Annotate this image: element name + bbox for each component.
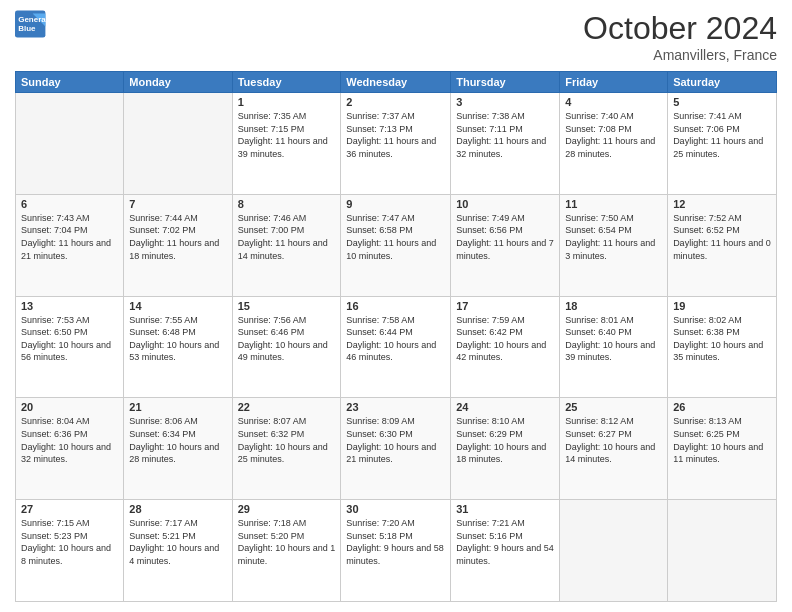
day-number: 17 — [456, 300, 554, 312]
day-info: Sunrise: 7:47 AM Sunset: 6:58 PM Dayligh… — [346, 212, 445, 262]
day-number: 3 — [456, 96, 554, 108]
calendar-cell: 16Sunrise: 7:58 AM Sunset: 6:44 PM Dayli… — [341, 296, 451, 398]
day-info: Sunrise: 8:06 AM Sunset: 6:34 PM Dayligh… — [129, 415, 226, 465]
weekday-header-wednesday: Wednesday — [341, 72, 451, 93]
day-number: 4 — [565, 96, 662, 108]
day-number: 2 — [346, 96, 445, 108]
day-info: Sunrise: 7:40 AM Sunset: 7:08 PM Dayligh… — [565, 110, 662, 160]
day-number: 7 — [129, 198, 226, 210]
calendar-cell: 28Sunrise: 7:17 AM Sunset: 5:21 PM Dayli… — [124, 500, 232, 602]
day-number: 18 — [565, 300, 662, 312]
calendar-cell: 24Sunrise: 8:10 AM Sunset: 6:29 PM Dayli… — [451, 398, 560, 500]
calendar-cell: 4Sunrise: 7:40 AM Sunset: 7:08 PM Daylig… — [560, 93, 668, 195]
day-number: 24 — [456, 401, 554, 413]
day-info: Sunrise: 8:09 AM Sunset: 6:30 PM Dayligh… — [346, 415, 445, 465]
calendar-cell: 5Sunrise: 7:41 AM Sunset: 7:06 PM Daylig… — [668, 93, 777, 195]
calendar-cell: 18Sunrise: 8:01 AM Sunset: 6:40 PM Dayli… — [560, 296, 668, 398]
location: Amanvillers, France — [583, 47, 777, 63]
day-number: 14 — [129, 300, 226, 312]
day-info: Sunrise: 7:43 AM Sunset: 7:04 PM Dayligh… — [21, 212, 118, 262]
weekday-header-thursday: Thursday — [451, 72, 560, 93]
page: General Blue October 2024 Amanvillers, F… — [0, 0, 792, 612]
day-info: Sunrise: 7:53 AM Sunset: 6:50 PM Dayligh… — [21, 314, 118, 364]
calendar-cell — [16, 93, 124, 195]
calendar-cell: 22Sunrise: 8:07 AM Sunset: 6:32 PM Dayli… — [232, 398, 341, 500]
day-number: 1 — [238, 96, 336, 108]
calendar-cell — [124, 93, 232, 195]
day-info: Sunrise: 7:58 AM Sunset: 6:44 PM Dayligh… — [346, 314, 445, 364]
calendar-cell: 3Sunrise: 7:38 AM Sunset: 7:11 PM Daylig… — [451, 93, 560, 195]
generalblue-logo-icon: General Blue — [15, 10, 47, 38]
day-number: 5 — [673, 96, 771, 108]
weekday-header-monday: Monday — [124, 72, 232, 93]
calendar-cell: 19Sunrise: 8:02 AM Sunset: 6:38 PM Dayli… — [668, 296, 777, 398]
calendar-cell: 9Sunrise: 7:47 AM Sunset: 6:58 PM Daylig… — [341, 194, 451, 296]
calendar-cell: 14Sunrise: 7:55 AM Sunset: 6:48 PM Dayli… — [124, 296, 232, 398]
calendar-cell: 15Sunrise: 7:56 AM Sunset: 6:46 PM Dayli… — [232, 296, 341, 398]
day-number: 25 — [565, 401, 662, 413]
calendar-cell: 23Sunrise: 8:09 AM Sunset: 6:30 PM Dayli… — [341, 398, 451, 500]
day-number: 26 — [673, 401, 771, 413]
calendar-cell: 11Sunrise: 7:50 AM Sunset: 6:54 PM Dayli… — [560, 194, 668, 296]
day-info: Sunrise: 7:46 AM Sunset: 7:00 PM Dayligh… — [238, 212, 336, 262]
day-info: Sunrise: 7:49 AM Sunset: 6:56 PM Dayligh… — [456, 212, 554, 262]
day-info: Sunrise: 8:07 AM Sunset: 6:32 PM Dayligh… — [238, 415, 336, 465]
day-number: 23 — [346, 401, 445, 413]
calendar-week-5: 27Sunrise: 7:15 AM Sunset: 5:23 PM Dayli… — [16, 500, 777, 602]
day-number: 11 — [565, 198, 662, 210]
day-number: 30 — [346, 503, 445, 515]
weekday-header-row: SundayMondayTuesdayWednesdayThursdayFrid… — [16, 72, 777, 93]
day-info: Sunrise: 7:17 AM Sunset: 5:21 PM Dayligh… — [129, 517, 226, 567]
day-number: 27 — [21, 503, 118, 515]
day-number: 28 — [129, 503, 226, 515]
calendar-cell: 8Sunrise: 7:46 AM Sunset: 7:00 PM Daylig… — [232, 194, 341, 296]
calendar-cell: 30Sunrise: 7:20 AM Sunset: 5:18 PM Dayli… — [341, 500, 451, 602]
day-number: 12 — [673, 198, 771, 210]
calendar-week-4: 20Sunrise: 8:04 AM Sunset: 6:36 PM Dayli… — [16, 398, 777, 500]
weekday-header-saturday: Saturday — [668, 72, 777, 93]
calendar-cell: 26Sunrise: 8:13 AM Sunset: 6:25 PM Dayli… — [668, 398, 777, 500]
calendar-week-1: 1Sunrise: 7:35 AM Sunset: 7:15 PM Daylig… — [16, 93, 777, 195]
weekday-header-friday: Friday — [560, 72, 668, 93]
calendar-cell: 10Sunrise: 7:49 AM Sunset: 6:56 PM Dayli… — [451, 194, 560, 296]
day-number: 31 — [456, 503, 554, 515]
calendar-table: SundayMondayTuesdayWednesdayThursdayFrid… — [15, 71, 777, 602]
day-info: Sunrise: 8:02 AM Sunset: 6:38 PM Dayligh… — [673, 314, 771, 364]
title-area: October 2024 Amanvillers, France — [583, 10, 777, 63]
calendar-cell: 29Sunrise: 7:18 AM Sunset: 5:20 PM Dayli… — [232, 500, 341, 602]
day-info: Sunrise: 7:35 AM Sunset: 7:15 PM Dayligh… — [238, 110, 336, 160]
day-number: 19 — [673, 300, 771, 312]
day-number: 21 — [129, 401, 226, 413]
calendar-cell — [560, 500, 668, 602]
day-info: Sunrise: 8:12 AM Sunset: 6:27 PM Dayligh… — [565, 415, 662, 465]
calendar-cell: 2Sunrise: 7:37 AM Sunset: 7:13 PM Daylig… — [341, 93, 451, 195]
day-info: Sunrise: 8:04 AM Sunset: 6:36 PM Dayligh… — [21, 415, 118, 465]
calendar-week-2: 6Sunrise: 7:43 AM Sunset: 7:04 PM Daylig… — [16, 194, 777, 296]
day-info: Sunrise: 7:55 AM Sunset: 6:48 PM Dayligh… — [129, 314, 226, 364]
day-info: Sunrise: 8:10 AM Sunset: 6:29 PM Dayligh… — [456, 415, 554, 465]
calendar-cell: 7Sunrise: 7:44 AM Sunset: 7:02 PM Daylig… — [124, 194, 232, 296]
logo: General Blue — [15, 10, 47, 38]
day-number: 15 — [238, 300, 336, 312]
svg-text:Blue: Blue — [18, 24, 36, 33]
calendar-cell: 31Sunrise: 7:21 AM Sunset: 5:16 PM Dayli… — [451, 500, 560, 602]
day-number: 6 — [21, 198, 118, 210]
calendar-cell: 21Sunrise: 8:06 AM Sunset: 6:34 PM Dayli… — [124, 398, 232, 500]
day-info: Sunrise: 7:15 AM Sunset: 5:23 PM Dayligh… — [21, 517, 118, 567]
month-title: October 2024 — [583, 10, 777, 47]
day-info: Sunrise: 7:21 AM Sunset: 5:16 PM Dayligh… — [456, 517, 554, 567]
day-info: Sunrise: 7:37 AM Sunset: 7:13 PM Dayligh… — [346, 110, 445, 160]
day-info: Sunrise: 8:13 AM Sunset: 6:25 PM Dayligh… — [673, 415, 771, 465]
day-info: Sunrise: 7:38 AM Sunset: 7:11 PM Dayligh… — [456, 110, 554, 160]
day-number: 10 — [456, 198, 554, 210]
day-info: Sunrise: 7:52 AM Sunset: 6:52 PM Dayligh… — [673, 212, 771, 262]
calendar-cell: 1Sunrise: 7:35 AM Sunset: 7:15 PM Daylig… — [232, 93, 341, 195]
day-info: Sunrise: 8:01 AM Sunset: 6:40 PM Dayligh… — [565, 314, 662, 364]
day-info: Sunrise: 7:59 AM Sunset: 6:42 PM Dayligh… — [456, 314, 554, 364]
calendar-cell: 13Sunrise: 7:53 AM Sunset: 6:50 PM Dayli… — [16, 296, 124, 398]
calendar-cell: 20Sunrise: 8:04 AM Sunset: 6:36 PM Dayli… — [16, 398, 124, 500]
day-number: 29 — [238, 503, 336, 515]
day-number: 22 — [238, 401, 336, 413]
calendar-week-3: 13Sunrise: 7:53 AM Sunset: 6:50 PM Dayli… — [16, 296, 777, 398]
day-number: 16 — [346, 300, 445, 312]
